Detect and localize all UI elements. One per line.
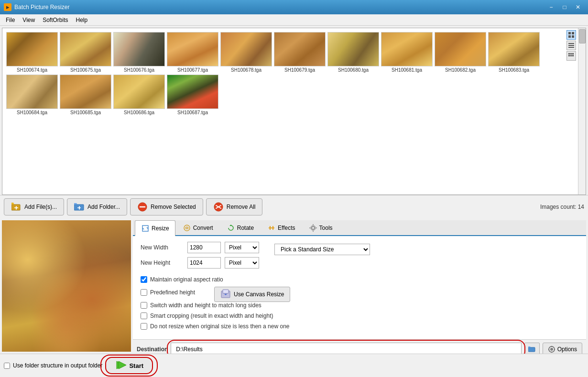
- svg-marker-28: [142, 227, 144, 229]
- svg-rect-4: [568, 43, 574, 44]
- no-resize-small-row: Do not resize when original size is less…: [141, 323, 578, 330]
- image-panel: SH100674.tgaSH100675.tgaSH100676.tgaSH10…: [2, 28, 578, 194]
- menu-help[interactable]: Help: [72, 16, 92, 24]
- image-thumb[interactable]: SH100678.tga: [220, 32, 272, 73]
- switch-wh-checkbox[interactable]: [141, 302, 147, 309]
- image-thumb[interactable]: SH100676.tga: [113, 32, 165, 73]
- image-thumb[interactable]: SH100685.tga: [60, 75, 111, 115]
- width-input[interactable]: [187, 242, 221, 253]
- remove-selected-button[interactable]: Remove Selected: [130, 198, 203, 215]
- remove-all-button[interactable]: Remove All: [206, 198, 263, 215]
- maintain-aspect-label: Maintain original aspect ratio: [150, 276, 223, 283]
- image-thumb[interactable]: SH100684.tga: [6, 75, 58, 115]
- minimize-button[interactable]: −: [545, 2, 557, 12]
- tab-convert[interactable]: Convert: [176, 220, 219, 235]
- images-count: Images count: 14: [540, 204, 584, 210]
- image-thumb[interactable]: SH100677.tga: [167, 32, 218, 73]
- svg-rect-43: [528, 347, 535, 352]
- canvas-resize-icon: [220, 289, 231, 301]
- svg-rect-7: [568, 53, 570, 54]
- svg-point-34: [312, 226, 315, 229]
- remove-all-label: Remove All: [227, 204, 256, 210]
- menu-softorbits[interactable]: SoftOrbits: [39, 16, 72, 24]
- maintain-aspect-checkbox[interactable]: [141, 276, 147, 283]
- add-files-button[interactable]: Add File(s)...: [4, 198, 64, 215]
- options-button[interactable]: Options: [543, 343, 582, 354]
- svg-marker-44: [528, 346, 531, 347]
- menu-file[interactable]: File: [2, 16, 19, 24]
- add-folder-icon: [74, 202, 85, 212]
- tools-tab-label: Tools: [319, 225, 333, 231]
- svg-rect-8: [570, 53, 572, 54]
- tab-effects[interactable]: Effects: [261, 220, 301, 235]
- maximize-button[interactable]: □: [558, 2, 571, 12]
- menu-view[interactable]: View: [19, 16, 39, 24]
- smart-crop-row: Smart cropping (result in exact width an…: [141, 312, 578, 319]
- image-thumb[interactable]: SH100682.tga: [435, 32, 486, 73]
- tools-tab-icon: [309, 224, 317, 232]
- settings-panel: Resize Convert: [133, 220, 586, 352]
- width-unit-select[interactable]: PixelPercentcminch: [225, 242, 259, 253]
- app-title: Batch Picture Resizer: [14, 4, 542, 11]
- canvas-resize-label: Use Canvas Resize: [234, 291, 284, 298]
- image-thumb-label: SH100687.tga: [177, 110, 208, 115]
- add-files-label: Add File(s)...: [24, 204, 57, 210]
- use-folder-checkbox[interactable]: [4, 363, 10, 369]
- image-thumb-label: SH100683.tga: [499, 67, 529, 73]
- svg-rect-5: [568, 45, 574, 46]
- canvas-resize-button[interactable]: Use Canvas Resize: [214, 287, 290, 302]
- image-thumb-label: SH100674.tga: [17, 67, 47, 73]
- image-thumb[interactable]: SH100681.tga: [381, 32, 433, 73]
- image-thumb[interactable]: SH100674.tga: [6, 32, 58, 73]
- svg-rect-0: [568, 32, 571, 34]
- svg-point-29: [184, 225, 190, 231]
- image-thumb-label: SH100686.tga: [124, 110, 154, 115]
- image-thumb[interactable]: SH100683.tga: [488, 32, 540, 73]
- svg-rect-9: [572, 53, 574, 54]
- svg-rect-11: [570, 55, 572, 56]
- image-thumb-label: SH100685.tga: [70, 110, 101, 115]
- svg-marker-14: [11, 203, 14, 205]
- resize-tab-content: New Width PixelPercentcminch New Height: [133, 236, 586, 339]
- destination-wrapper: [171, 343, 521, 354]
- add-files-icon: [11, 202, 22, 212]
- use-folder-check: Use folder structure in output folder: [4, 362, 102, 369]
- resize-tab-icon: [141, 224, 150, 233]
- height-input[interactable]: [187, 257, 221, 269]
- svg-point-45: [550, 348, 553, 351]
- switch-wh-label: Switch width and height to match long si…: [150, 302, 261, 309]
- view-list-icon[interactable]: [566, 41, 576, 50]
- destination-folder-button[interactable]: [524, 343, 540, 354]
- scrollbar[interactable]: [578, 28, 586, 194]
- standard-size-select[interactable]: Pick a Standard Size 640×480 800×600 102…: [274, 244, 370, 255]
- remove-selected-label: Remove Selected: [151, 204, 196, 210]
- tab-tools[interactable]: Tools: [303, 220, 339, 235]
- no-resize-small-checkbox[interactable]: [141, 323, 147, 330]
- view-grid-icon[interactable]: [566, 51, 576, 61]
- image-thumb[interactable]: SH100679.tga: [274, 32, 326, 73]
- remove-all-icon: [213, 202, 224, 212]
- image-thumb[interactable]: SH100680.tga: [327, 32, 379, 73]
- close-button[interactable]: ✕: [572, 2, 584, 12]
- remove-selected-icon: [137, 202, 148, 212]
- view-icons: [566, 30, 576, 61]
- image-thumb-label: SH100677.tga: [177, 67, 208, 73]
- bottom-section: Resize Convert: [0, 218, 588, 354]
- predefined-height-checkbox[interactable]: [141, 289, 147, 296]
- image-thumb[interactable]: SH100686.tga: [113, 75, 165, 115]
- add-folder-button[interactable]: Add Folder...: [67, 198, 127, 215]
- image-thumb-label: SH100682.tga: [445, 67, 476, 73]
- svg-rect-41: [223, 290, 229, 293]
- window-controls: − □ ✕: [545, 2, 584, 12]
- view-large-icon[interactable]: [566, 30, 576, 40]
- image-thumb[interactable]: SH100687.tga: [167, 75, 218, 115]
- image-thumb[interactable]: SH100675.tga: [60, 32, 111, 73]
- height-unit-select[interactable]: PixelPercentcminch: [225, 257, 259, 269]
- tab-rotate[interactable]: Rotate: [220, 220, 260, 235]
- effects-tab-label: Effects: [278, 225, 295, 231]
- destination-input[interactable]: [171, 343, 521, 354]
- tab-resize[interactable]: Resize: [135, 220, 175, 236]
- predefined-height-row: Predefined height: [141, 289, 195, 296]
- smart-crop-checkbox[interactable]: [141, 312, 147, 319]
- start-button[interactable]: Start: [105, 357, 153, 374]
